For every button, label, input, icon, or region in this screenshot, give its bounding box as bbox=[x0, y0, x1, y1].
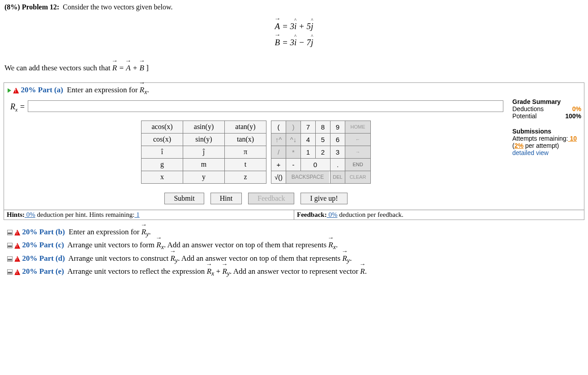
key-t[interactable]: t bbox=[225, 159, 266, 171]
answer-label: Rx = bbox=[9, 100, 28, 113]
key-left[interactable]: ← bbox=[345, 134, 370, 146]
warning-icon bbox=[13, 88, 19, 94]
key-lparen[interactable]: ( bbox=[271, 121, 286, 133]
attempts-remaining[interactable]: 10 bbox=[568, 135, 577, 142]
vector-A: A bbox=[275, 22, 280, 31]
key-end[interactable]: END bbox=[345, 159, 370, 171]
warning-icon bbox=[14, 243, 20, 249]
key-2[interactable]: 2 bbox=[316, 146, 330, 158]
key-sqrt[interactable]: √() bbox=[271, 171, 286, 183]
key-clear[interactable]: CLEAR bbox=[345, 171, 370, 183]
key-z[interactable]: z bbox=[225, 171, 266, 183]
key-cos[interactable]: cos(x) bbox=[142, 134, 183, 146]
vector-B: B bbox=[275, 38, 280, 47]
key-sin[interactable]: sin(y) bbox=[183, 134, 224, 146]
problem-follow-text: We can add these vectors such that R = A… bbox=[2, 61, 586, 81]
key-0[interactable]: 0 bbox=[301, 159, 330, 171]
grade-title: Grade Summary bbox=[512, 98, 561, 105]
key-sup[interactable]: ↑^ bbox=[271, 134, 286, 146]
warning-icon bbox=[14, 256, 20, 262]
key-div[interactable]: / bbox=[271, 146, 286, 158]
key-backspace[interactable]: BACKSPACE bbox=[286, 171, 329, 183]
key-1[interactable]: 1 bbox=[301, 146, 315, 158]
key-right[interactable]: → bbox=[345, 146, 370, 158]
expand-icon[interactable]: ▬ bbox=[7, 256, 13, 262]
part-a-label: 20% Part (a) bbox=[21, 86, 63, 94]
problem-prompt: Consider the two vectors given below. bbox=[63, 3, 172, 11]
hint-button[interactable]: Hint bbox=[210, 193, 242, 204]
key-dot[interactable]: . bbox=[330, 159, 345, 171]
key-8[interactable]: 8 bbox=[316, 121, 330, 133]
key-g[interactable]: g bbox=[142, 159, 183, 171]
giveup-button[interactable]: I give up! bbox=[300, 193, 347, 204]
key-acos[interactable]: acos(x) bbox=[142, 121, 183, 133]
key-mul[interactable]: * bbox=[286, 146, 300, 158]
key-3[interactable]: 3 bbox=[330, 146, 345, 158]
expand-icon[interactable]: ▬ bbox=[7, 269, 13, 275]
key-rparen[interactable]: ) bbox=[286, 121, 300, 133]
expand-icon[interactable]: ▬ bbox=[7, 230, 13, 235]
function-keypad: acos(x)asin(y)atan(y) cos(x)sin(y)tan(x)… bbox=[141, 121, 266, 184]
key-home[interactable]: HOME bbox=[345, 121, 370, 133]
part-e-row[interactable]: ▬ 20% Part (e) Arrange unit vectors to r… bbox=[7, 266, 584, 279]
problem-number: Problem 12: bbox=[22, 3, 60, 11]
key-minus[interactable]: - bbox=[286, 159, 300, 171]
key-7[interactable]: 7 bbox=[301, 121, 315, 133]
key-4[interactable]: 4 bbox=[301, 134, 315, 146]
numeric-keypad: ( ) 7 8 9 HOME ↑^ ^↓ 4 5 6 ← bbox=[271, 121, 371, 184]
key-ihat[interactable]: î bbox=[142, 146, 183, 158]
hints-remaining[interactable]: 1 bbox=[134, 211, 139, 218]
key-6[interactable]: 6 bbox=[330, 134, 345, 146]
key-tan[interactable]: tan(x) bbox=[225, 134, 266, 146]
key-y[interactable]: y bbox=[183, 171, 224, 183]
key-asin[interactable]: asin(y) bbox=[183, 121, 224, 133]
key-sub[interactable]: ^↓ bbox=[286, 134, 300, 146]
equation-block: A = 3i + 5j B = 3i − 7j bbox=[2, 22, 586, 47]
warning-icon bbox=[14, 230, 20, 236]
key-del[interactable]: DEL bbox=[330, 171, 345, 183]
key-x[interactable]: x bbox=[142, 171, 183, 183]
part-d-row[interactable]: ▬ 20% Part (d) Arrange unit vectors to c… bbox=[7, 253, 584, 266]
problem-header: (8%) Problem 12: Consider the two vector… bbox=[2, 2, 586, 13]
key-m[interactable]: m bbox=[183, 159, 224, 171]
key-9[interactable]: 9 bbox=[330, 121, 345, 133]
detailed-view-link[interactable]: detailed view bbox=[512, 149, 581, 156]
part-c-row[interactable]: ▬ 20% Part (c) Arrange unit vectors to f… bbox=[7, 239, 584, 252]
part-b-row[interactable]: ▬ 20% Part (b) Enter an expression for R… bbox=[7, 226, 584, 239]
hints-deduction[interactable]: 0% bbox=[25, 211, 35, 218]
answer-input[interactable] bbox=[28, 100, 503, 112]
feedback-deduction[interactable]: 0% bbox=[327, 211, 338, 218]
feedback-button[interactable]: Feedback bbox=[248, 193, 294, 204]
problem-weight: (8%) bbox=[4, 3, 20, 11]
grade-summary: Grade Summary Deductions0% Potential100%… bbox=[508, 83, 584, 210]
other-parts: ▬ 20% Part (b) Enter an expression for R… bbox=[2, 222, 586, 282]
expand-icon[interactable]: ▬ bbox=[7, 243, 13, 248]
submit-button[interactable]: Submit bbox=[164, 193, 204, 204]
key-pi[interactable]: π bbox=[225, 146, 266, 158]
key-5[interactable]: 5 bbox=[316, 134, 330, 146]
play-icon bbox=[8, 88, 11, 93]
key-atan[interactable]: atan(y) bbox=[225, 121, 266, 133]
submissions-title: Submissions bbox=[512, 128, 551, 135]
key-plus[interactable]: + bbox=[271, 159, 286, 171]
key-jhat[interactable]: ĵ bbox=[183, 146, 224, 158]
warning-icon bbox=[14, 269, 20, 275]
bottom-info: Hints: 0% deduction per hint. Hints rema… bbox=[4, 210, 584, 220]
part-a-header: 20% Part (a) Enter an expression for Rx. bbox=[4, 83, 508, 99]
answer-box: 20% Part (a) Enter an expression for Rx.… bbox=[4, 82, 584, 220]
